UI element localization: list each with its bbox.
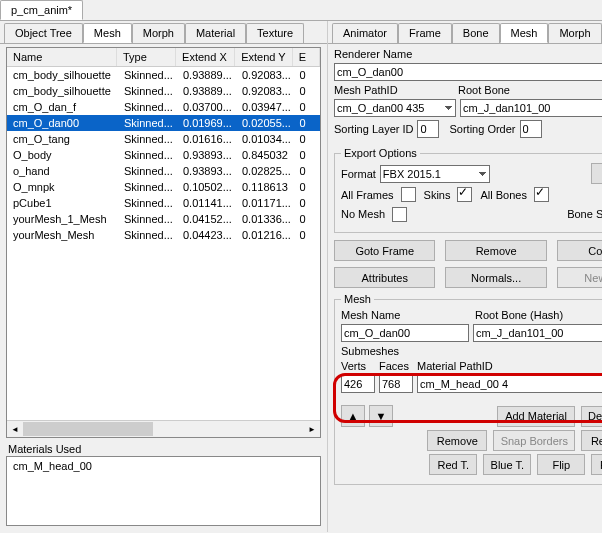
list-item[interactable]: cm_body_silhouetteSkinned...0.93889...0.… — [7, 67, 320, 83]
list-item[interactable]: yourMesh_MeshSkinned...0.04423...0.01216… — [7, 227, 320, 243]
convert-button[interactable]: Convert — [557, 240, 602, 261]
root-bone-select[interactable]: cm_J_dan101_00 — [460, 99, 602, 117]
skins-label: Skins — [424, 189, 451, 201]
top-tab[interactable]: p_cm_anim* — [0, 0, 83, 20]
material-pathid-select[interactable]: cm_M_head_00 4 — [417, 375, 602, 393]
right-tab-frame[interactable]: Frame — [398, 23, 452, 43]
no-mesh-label: No Mesh — [341, 208, 385, 220]
right-tab-bone[interactable]: Bone — [452, 23, 500, 43]
root-bone-hash-input[interactable] — [473, 324, 602, 342]
left-tab-mesh[interactable]: Mesh — [83, 23, 132, 43]
left-tabs: Object TreeMeshMorphMaterialTexture — [0, 21, 327, 44]
mesh-pathid-select[interactable]: cm_O_dan00 435 — [334, 99, 456, 117]
top-tab-row: p_cm_anim* — [0, 0, 602, 21]
right-tab-animator[interactable]: Animator — [332, 23, 398, 43]
mesh-pathid-label: Mesh PathID — [334, 84, 454, 96]
rest-pose-button[interactable]: Rest Pose — [581, 430, 602, 451]
snap-borders-button[interactable]: Snap Borders — [493, 430, 575, 451]
scroll-left-arrow[interactable]: ◄ — [7, 421, 23, 437]
delete-material-button[interactable]: Delete Mat. — [581, 406, 602, 427]
col-extend-y[interactable]: Extend Y — [235, 48, 293, 66]
format-select[interactable]: FBX 2015.1 — [380, 165, 490, 183]
list-item[interactable]: O_mnpkSkinned...0.10502...0.1186130 — [7, 179, 320, 195]
remove-button[interactable]: Remove — [445, 240, 546, 261]
add-material-button[interactable]: Add Material — [497, 406, 575, 427]
list-item[interactable]: O_bodySkinned...0.93893...0.8450320 — [7, 147, 320, 163]
goto-frame-button[interactable]: Goto Frame — [334, 240, 435, 261]
all-bones-label: All Bones — [480, 189, 526, 201]
all-frames-label: All Frames — [341, 189, 394, 201]
root-bone-hash-label: Root Bone (Hash) — [475, 309, 563, 321]
list-item[interactable]: o_handSkinned...0.93893...0.02825...0 — [7, 163, 320, 179]
right-tabs: AnimatorFrameBoneMeshMorphMateria — [328, 21, 602, 44]
mesh-name-label: Mesh Name — [341, 309, 471, 321]
sorting-order-label: Sorting Order — [449, 123, 515, 135]
scroll-thumb[interactable] — [23, 422, 153, 436]
all-bones-checkbox[interactable] — [534, 187, 549, 202]
left-tab-material[interactable]: Material — [185, 23, 246, 43]
sorting-layer-input[interactable] — [417, 120, 439, 138]
move-up-button[interactable]: ▲ — [341, 405, 365, 427]
h-scrollbar[interactable]: ◄ ► — [7, 420, 320, 437]
right-panel: AnimatorFrameBoneMeshMorphMateria Render… — [328, 21, 602, 532]
all-frames-checkbox[interactable] — [401, 187, 416, 202]
mesh-group: Mesh Mesh Name Root Bone (Hash) Submeshe… — [334, 293, 602, 485]
right-tab-mesh[interactable]: Mesh — [500, 23, 549, 43]
list-item[interactable]: yourMesh_1_MeshSkinned...0.04152...0.013… — [7, 211, 320, 227]
format-label: Format — [341, 168, 376, 180]
root-bone-label: Root Bone — [458, 84, 510, 96]
materials-used-label: Materials Used — [0, 441, 327, 456]
left-panel: Object TreeMeshMorphMaterialTexture Name… — [0, 21, 328, 532]
blue-t-button[interactable]: Blue T. — [483, 454, 531, 475]
verts-col: Verts — [341, 360, 379, 372]
verts-input[interactable] — [341, 375, 375, 393]
col-extend-z[interactable]: E — [293, 48, 320, 66]
left-tab-morph[interactable]: Morph — [132, 23, 185, 43]
col-extend-x[interactable]: Extend X — [176, 48, 235, 66]
flip-button[interactable]: Flip — [537, 454, 585, 475]
new-skin-button[interactable]: New Skin — [557, 267, 602, 288]
list-item[interactable]: cm_O_tangSkinned...0.01616...0.01034...0 — [7, 131, 320, 147]
skins-checkbox[interactable] — [457, 187, 472, 202]
materials-used-list[interactable]: cm_M_head_00 — [6, 456, 321, 526]
export-button[interactable]: Export — [591, 163, 602, 184]
right-tab-morph[interactable]: Morph — [548, 23, 601, 43]
sorting-layer-label: Sorting Layer ID — [334, 123, 413, 135]
list-item[interactable]: cm_O_dan_fSkinned...0.03700...0.03947...… — [7, 99, 320, 115]
list-item[interactable]: cm_O_dan00Skinned...0.01969...0.02055...… — [7, 115, 320, 131]
renderer-name-label: Renderer Name — [334, 48, 412, 60]
scroll-right-arrow[interactable]: ► — [304, 421, 320, 437]
mesh-list[interactable]: Name Type Extend X Extend Y E cm_body_si… — [6, 47, 321, 438]
export-options-label: Export Options — [341, 147, 420, 159]
move-down-button[interactable]: ▼ — [369, 405, 393, 427]
flip-blue-button[interactable]: Flip Blue — [591, 454, 602, 475]
remove-mesh-button[interactable]: Remove — [427, 430, 487, 451]
submeshes-label: Submeshes — [341, 345, 399, 357]
normals-button[interactable]: Normals... — [445, 267, 546, 288]
material-item[interactable]: cm_M_head_00 — [13, 460, 314, 472]
renderer-name-input[interactable] — [334, 63, 602, 81]
mesh-name-input[interactable] — [341, 324, 469, 342]
sorting-order-input[interactable] — [520, 120, 542, 138]
material-pathid-col: Material PathID — [417, 360, 493, 372]
export-options-group: Export Options Format FBX 2015.1 Export … — [334, 147, 602, 233]
left-tab-texture[interactable]: Texture — [246, 23, 304, 43]
red-t-button[interactable]: Red T. — [429, 454, 477, 475]
faces-col: Faces — [379, 360, 417, 372]
list-item[interactable]: cm_body_silhouetteSkinned...0.93889...0.… — [7, 83, 320, 99]
col-name[interactable]: Name — [7, 48, 117, 66]
faces-input[interactable] — [379, 375, 413, 393]
mesh-group-label: Mesh — [341, 293, 374, 305]
left-tab-object-tree[interactable]: Object Tree — [4, 23, 83, 43]
list-header: Name Type Extend X Extend Y E — [7, 48, 320, 67]
attributes-button[interactable]: Attributes — [334, 267, 435, 288]
list-item[interactable]: pCube1Skinned...0.01141...0.01171...0 — [7, 195, 320, 211]
bone-size-label: Bone Size — [567, 208, 602, 220]
col-type[interactable]: Type — [117, 48, 176, 66]
no-mesh-checkbox[interactable] — [392, 207, 407, 222]
